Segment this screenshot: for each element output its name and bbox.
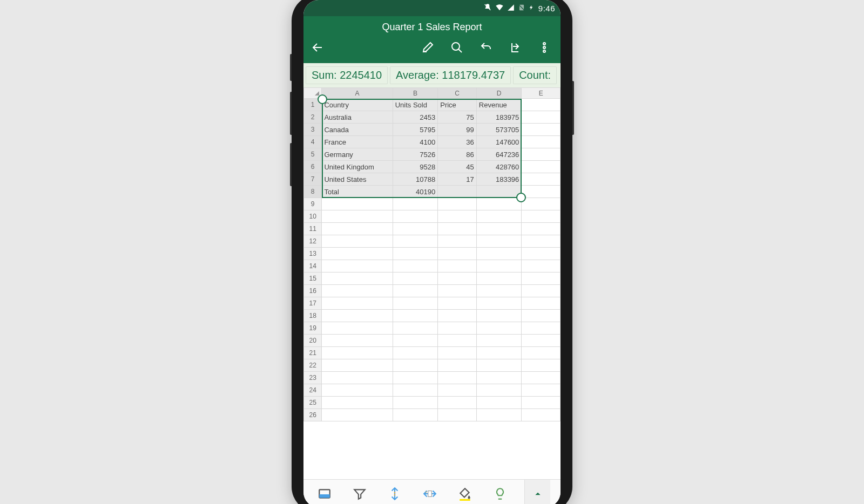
column-header-C[interactable]: C [438,88,477,99]
cell[interactable] [522,397,561,409]
cell[interactable] [476,409,522,421]
filter-button[interactable] [349,483,370,505]
cell[interactable] [393,322,438,335]
cell[interactable]: 45 [438,161,477,173]
cell[interactable]: Price [438,99,477,111]
cell[interactable] [393,347,438,359]
cell[interactable] [438,322,477,335]
cell[interactable] [438,285,477,297]
cell[interactable] [438,409,477,421]
cell[interactable] [393,285,438,297]
cell[interactable] [322,273,393,285]
cell[interactable]: 10788 [393,173,438,186]
cell[interactable] [522,285,561,297]
cell[interactable] [322,384,393,397]
row-header-10[interactable]: 10 [304,210,322,223]
cell[interactable]: 147600 [476,136,522,148]
row-header-22[interactable]: 22 [304,359,322,372]
cell[interactable] [476,297,522,310]
cell[interactable] [476,210,522,223]
cell[interactable] [522,347,561,359]
row-header-18[interactable]: 18 [304,310,322,322]
cell[interactable] [476,260,522,273]
cell[interactable] [393,210,438,223]
cell[interactable] [438,273,477,285]
cell[interactable] [393,397,438,409]
cell[interactable]: Country [322,99,393,111]
cell[interactable] [438,359,477,372]
cell[interactable] [393,248,438,260]
cell[interactable]: Total [322,186,393,198]
cell[interactable] [476,285,522,297]
cell[interactable] [476,223,522,235]
count-chip[interactable]: Count: [513,66,557,84]
cell[interactable] [522,273,561,285]
cell[interactable] [393,359,438,372]
cell[interactable] [522,297,561,310]
row-header-12[interactable]: 12 [304,235,322,248]
undo-button[interactable] [480,41,492,54]
cell[interactable]: United Kingdom [322,161,393,173]
cell[interactable] [522,124,561,136]
row-header-16[interactable]: 16 [304,285,322,297]
cell[interactable] [476,235,522,248]
cell[interactable] [393,372,438,384]
edit-button[interactable] [421,41,434,54]
row-header-11[interactable]: 11 [304,223,322,235]
cell[interactable] [522,384,561,397]
cell[interactable] [522,161,561,173]
row-header-8[interactable]: 8 [304,186,322,198]
row-header-25[interactable]: 25 [304,397,322,409]
cell[interactable] [522,136,561,148]
cell[interactable]: 9528 [393,161,438,173]
cell[interactable]: 183975 [476,111,522,124]
cell[interactable] [322,198,393,210]
cell[interactable] [438,260,477,273]
cell[interactable]: 183396 [476,173,522,186]
row-header-14[interactable]: 14 [304,260,322,273]
cell[interactable] [522,322,561,335]
cell[interactable]: Australia [322,111,393,124]
cell[interactable]: 40190 [393,186,438,198]
cell[interactable] [522,198,561,210]
cell[interactable] [393,335,438,347]
cell[interactable] [522,372,561,384]
cell[interactable] [322,359,393,372]
cell[interactable] [522,235,561,248]
average-chip[interactable]: Average: 118179.4737 [390,66,511,84]
cell[interactable] [476,347,522,359]
row-header-4[interactable]: 4 [304,136,322,148]
cell[interactable] [522,310,561,322]
cell[interactable]: Units Sold [393,99,438,111]
select-all-corner[interactable] [304,88,322,99]
column-header-A[interactable]: A [322,88,393,99]
cell[interactable] [476,322,522,335]
share-button[interactable] [509,41,522,54]
row-header-21[interactable]: 21 [304,347,322,359]
cell[interactable] [522,99,561,111]
sheet-view-button[interactable] [314,483,335,505]
row-header-23[interactable]: 23 [304,372,322,384]
row-header-15[interactable]: 15 [304,273,322,285]
more-button[interactable] [538,41,551,54]
cell[interactable] [438,384,477,397]
cell[interactable] [322,285,393,297]
row-header-9[interactable]: 9 [304,198,322,210]
cell[interactable] [522,223,561,235]
row-header-20[interactable]: 20 [304,335,322,347]
autofit-columns-button[interactable] [419,483,441,505]
cell[interactable] [438,372,477,384]
cell[interactable]: 86 [438,148,477,161]
row-header-3[interactable]: 3 [304,124,322,136]
cell[interactable] [522,173,561,186]
cell[interactable] [438,198,477,210]
cell[interactable] [476,359,522,372]
cell[interactable]: 75 [438,111,477,124]
cell[interactable] [522,111,561,124]
cell[interactable] [438,248,477,260]
row-header-6[interactable]: 6 [304,161,322,173]
cell[interactable] [322,409,393,421]
row-header-13[interactable]: 13 [304,248,322,260]
cell[interactable] [522,260,561,273]
cell[interactable] [393,384,438,397]
